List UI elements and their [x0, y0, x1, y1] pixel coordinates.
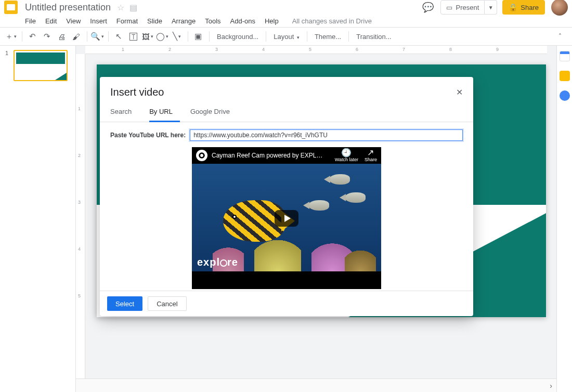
document-title[interactable]: Untitled presentation — [25, 2, 111, 13]
channel-avatar-icon[interactable] — [196, 150, 207, 161]
share-label: Share — [521, 4, 539, 11]
url-label: Paste YouTube URL here: — [110, 132, 186, 139]
line-tool[interactable]: ╲▾ — [170, 30, 184, 43]
present-dropdown[interactable]: ▼ — [485, 0, 497, 15]
side-panel — [556, 46, 572, 392]
tasks-icon[interactable] — [560, 90, 570, 101]
insert-video-dialog: Insert video ✕ Search By URL Google Driv… — [100, 77, 473, 316]
dialog-footer: Select Cancel — [100, 291, 473, 316]
present-icon: ▭ — [446, 4, 452, 11]
separator — [87, 31, 87, 42]
menu-edit[interactable]: Edit — [45, 17, 57, 25]
print-button[interactable]: 🖨 — [55, 30, 68, 43]
comment-tool[interactable]: ▣ — [191, 30, 205, 43]
keep-icon[interactable] — [560, 71, 570, 81]
menu-help[interactable]: Help — [265, 17, 279, 25]
slide-thumbnail-1[interactable] — [14, 50, 68, 81]
tab-by-url[interactable]: By URL — [149, 102, 180, 122]
menu-arrange[interactable]: Arrange — [172, 17, 196, 25]
menubar: File Edit View Insert Format Slide Arran… — [0, 15, 572, 27]
separator — [307, 31, 307, 42]
present-label: Present — [456, 4, 479, 11]
new-slide-button[interactable]: ＋▾ — [4, 30, 18, 43]
close-icon[interactable]: ✕ — [456, 87, 463, 97]
present-button[interactable]: ▭ Present — [440, 0, 485, 15]
video-preview[interactable]: Cayman Reef Cam powered by EXPL… 🕘Watch … — [192, 147, 381, 289]
menu-insert[interactable]: Insert — [90, 17, 107, 25]
select-button[interactable]: Select — [107, 296, 142, 311]
video-title: Cayman Reef Cam powered by EXPL… — [212, 152, 329, 159]
redo-button[interactable]: ↷ — [40, 30, 54, 43]
dialog-title: Insert video — [110, 86, 456, 98]
vertical-ruler: 1 2 3 4 5 — [76, 54, 85, 392]
account-avatar[interactable] — [551, 0, 568, 16]
slide-number: 1 — [5, 50, 8, 56]
separator — [209, 31, 210, 42]
play-icon[interactable] — [275, 210, 298, 227]
separator — [348, 31, 349, 42]
share-button[interactable]: 🔒 Share — [502, 0, 545, 15]
tab-search[interactable]: Search — [110, 102, 139, 122]
separator — [188, 31, 188, 42]
slides-logo[interactable] — [4, 1, 18, 14]
svg-point-1 — [200, 154, 203, 157]
explore-expand-icon[interactable]: › — [550, 382, 552, 390]
save-status: All changes saved in Drive — [292, 17, 372, 25]
menu-view[interactable]: View — [66, 17, 81, 25]
explore-bar: › — [76, 378, 556, 392]
zoom-button[interactable]: 🔍▾ — [90, 30, 104, 43]
dialog-tabs: Search By URL Google Drive — [100, 102, 473, 122]
menu-addons[interactable]: Add-ons — [230, 17, 255, 25]
youtube-url-input[interactable] — [190, 129, 463, 141]
tab-google-drive[interactable]: Google Drive — [190, 102, 237, 122]
menu-format[interactable]: Format — [116, 17, 138, 25]
textbox-tool[interactable]: 🅃 — [126, 30, 140, 43]
horizontal-ruler: 1 2 3 4 5 6 7 8 9 — [85, 46, 547, 54]
layout-button[interactable]: Layout ▾ — [269, 33, 304, 41]
background-button[interactable]: Background... — [213, 33, 263, 41]
calendar-icon[interactable] — [560, 51, 570, 61]
move-folder-icon[interactable]: ▤ — [129, 3, 137, 12]
star-icon[interactable]: ☆ — [117, 3, 124, 12]
paint-format-button[interactable]: 🖌 — [69, 30, 83, 43]
menu-file[interactable]: File — [25, 17, 36, 25]
cancel-button[interactable]: Cancel — [148, 296, 186, 311]
separator — [108, 31, 109, 42]
undo-button[interactable]: ↶ — [25, 30, 39, 43]
video-topbar: Cayman Reef Cam powered by EXPL… 🕘Watch … — [192, 147, 381, 164]
separator — [22, 31, 22, 42]
titlebar: Untitled presentation ☆ ▤ 💬 ▭ Present ▼ … — [0, 0, 572, 15]
watch-later-button[interactable]: 🕘Watch later — [335, 149, 358, 162]
video-brand: explre — [197, 256, 238, 268]
video-share-button[interactable]: ↗Share — [365, 149, 377, 162]
theme-button[interactable]: Theme... — [310, 33, 345, 41]
shape-tool[interactable]: ◯▾ — [155, 30, 169, 43]
lock-icon: 🔒 — [509, 3, 517, 11]
menu-slide[interactable]: Slide — [147, 17, 162, 25]
menu-tools[interactable]: Tools — [205, 17, 220, 25]
comments-button[interactable]: 💬 — [420, 0, 436, 16]
image-tool[interactable]: 🖼▾ — [141, 30, 154, 43]
separator — [266, 31, 266, 42]
slide-panel[interactable]: 1 — [0, 46, 76, 392]
transition-button[interactable]: Transition... — [352, 33, 395, 41]
select-tool[interactable]: ↖ — [112, 30, 125, 43]
toolbar: ＋▾ ↶ ↷ 🖨 🖌 🔍▾ ↖ 🅃 🖼▾ ◯▾ ╲▾ ▣ Background.… — [0, 27, 572, 46]
collapse-toolbar-button[interactable]: ˄ — [553, 30, 567, 43]
